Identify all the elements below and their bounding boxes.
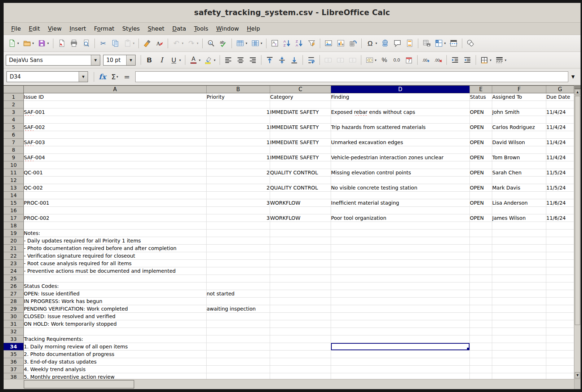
cell-E23[interactable] [470, 260, 492, 267]
row-header-37[interactable]: 37 [4, 366, 24, 373]
split-window-button[interactable] [448, 37, 459, 50]
row-header-15[interactable]: 15 [4, 199, 24, 207]
cell-D25[interactable] [331, 275, 470, 282]
cell-A11[interactable]: QC-001 [24, 169, 207, 177]
cell-A6[interactable] [24, 131, 207, 139]
row-header-25[interactable]: 25 [4, 275, 24, 282]
cell-E22[interactable] [470, 252, 492, 260]
cell-D7[interactable]: Unmarked excavation edges [331, 139, 470, 146]
row-header-12[interactable]: 12 [4, 177, 24, 184]
cell-G19[interactable] [546, 230, 574, 237]
cell-A15[interactable]: PROC-001 [24, 199, 207, 207]
row-header-13[interactable]: 13 [4, 184, 24, 192]
pivot-table-button[interactable] [347, 37, 359, 50]
cell-A32[interactable] [24, 328, 207, 335]
cell-E9[interactable]: OPEN [470, 154, 492, 161]
cell-C9[interactable]: IMMEDIATE SAFETY [270, 154, 331, 161]
sort-ascending-button[interactable]: AZ [281, 37, 293, 50]
cell-F7[interactable]: David Wilson [492, 139, 546, 146]
row-header-27[interactable]: 27 [4, 290, 24, 298]
cell-B22[interactable] [207, 252, 270, 260]
cell-B26[interactable] [207, 282, 270, 290]
insert-column-dropdown[interactable]: ▾ [261, 41, 263, 45]
define-print-area-button[interactable] [421, 37, 432, 50]
cell-D4[interactable] [331, 116, 470, 124]
cell-A25[interactable] [24, 275, 207, 282]
cell-B1[interactable]: Priority [207, 93, 270, 101]
cell-A31[interactable]: ON HOLD: Work temporarily stopped [24, 320, 207, 328]
row-header-21[interactable]: 21 [4, 245, 24, 252]
cell-A24[interactable]: - Preventive actions must be documented … [24, 267, 207, 275]
horizontal-scrollbar-thumb[interactable] [24, 380, 134, 388]
cell-G12[interactable] [546, 177, 574, 184]
font-size-combobox[interactable]: 10 pt▼ [103, 55, 136, 66]
row-header-32[interactable]: 32 [4, 328, 24, 335]
cell-F9[interactable]: Tom Brown [492, 154, 546, 161]
save-button[interactable]: ▾ [36, 37, 50, 50]
column-header-E[interactable]: E [470, 86, 492, 93]
cell-F5[interactable]: Carlos Rodriguez [492, 124, 546, 131]
font-color-button[interactable]: A▾ [188, 54, 202, 67]
cell-C27[interactable] [270, 290, 331, 298]
cell-A19[interactable]: Notes: [24, 230, 207, 237]
row-header-35[interactable]: 35 [4, 351, 24, 358]
menu-format[interactable]: Format [90, 24, 118, 34]
cell-D29[interactable] [331, 305, 470, 313]
cell-D9[interactable]: Vehicle-pedestrian interaction zones unc… [331, 154, 470, 161]
cell-A14[interactable] [24, 192, 207, 199]
cell-C16[interactable] [270, 207, 331, 214]
cell-B5[interactable]: 1 [207, 124, 270, 131]
cell-G31[interactable] [546, 320, 574, 328]
cell-C22[interactable] [270, 252, 331, 260]
cell-F17[interactable]: James Wilson [492, 214, 546, 222]
cell-F2[interactable] [492, 101, 546, 108]
column-header-D[interactable]: D [331, 86, 470, 93]
cell-F36[interactable] [492, 358, 546, 366]
cell-C12[interactable] [270, 177, 331, 184]
format-as-date-button[interactable]: 7 [403, 54, 415, 67]
align-bottom-button[interactable] [288, 54, 300, 67]
row-header-33[interactable]: 33 [4, 335, 24, 343]
cell-E29[interactable] [470, 305, 492, 313]
cell-G22[interactable] [546, 252, 574, 260]
cell-A23[interactable]: - Root cause analysis required for all i… [24, 260, 207, 267]
cell-C3[interactable]: IMMEDIATE SAFETY [270, 108, 331, 116]
cell-D22[interactable] [331, 252, 470, 260]
cell-A30[interactable]: CLOSED: Issue resolved and verified [24, 313, 207, 320]
cell-F31[interactable] [492, 320, 546, 328]
row-header-1[interactable]: 1 [4, 93, 24, 101]
cell-D27[interactable] [331, 290, 470, 298]
print-preview-button[interactable] [80, 37, 92, 50]
cell-A27[interactable]: OPEN: Issue identified [24, 290, 207, 298]
cell-G20[interactable] [546, 237, 574, 245]
menu-sheet[interactable]: Sheet [144, 24, 168, 34]
cell-F33[interactable] [492, 335, 546, 343]
cell-D2[interactable] [331, 101, 470, 108]
format-as-currency-button[interactable]: ▾ [364, 54, 378, 67]
bold-button[interactable]: B [144, 54, 155, 67]
new-document-button[interactable]: ▾ [6, 37, 21, 50]
cell-D11[interactable]: Missing elevation control points [331, 169, 470, 177]
cell-B28[interactable] [207, 298, 270, 305]
cell-D6[interactable] [331, 131, 470, 139]
clear-formatting-button[interactable]: A [154, 37, 165, 50]
cell-C23[interactable] [270, 260, 331, 267]
cell-G15[interactable]: 11/6/24 [546, 199, 574, 207]
underline-dropdown[interactable]: ▾ [179, 58, 181, 62]
row-header-5[interactable]: 5 [4, 124, 24, 131]
align-top-button[interactable] [264, 54, 275, 67]
cell-A34[interactable]: 1. Daily morning review of all open item… [24, 343, 207, 351]
cell-E6[interactable] [470, 131, 492, 139]
cell-B14[interactable] [207, 192, 270, 199]
row-header-14[interactable]: 14 [4, 192, 24, 199]
row-header-6[interactable]: 6 [4, 131, 24, 139]
insert-column-button[interactable]: ▾ [250, 37, 264, 50]
export-as-pdf-button[interactable] [56, 37, 67, 50]
row-header-8[interactable]: 8 [4, 146, 24, 154]
cell-G28[interactable] [546, 298, 574, 305]
cell-G24[interactable] [546, 267, 574, 275]
cell-E13[interactable]: OPEN [470, 184, 492, 192]
cell-C2[interactable] [270, 101, 331, 108]
font-name-combobox[interactable]: DejaVu Sans▼ [6, 55, 100, 66]
cell-E35[interactable] [470, 351, 492, 358]
